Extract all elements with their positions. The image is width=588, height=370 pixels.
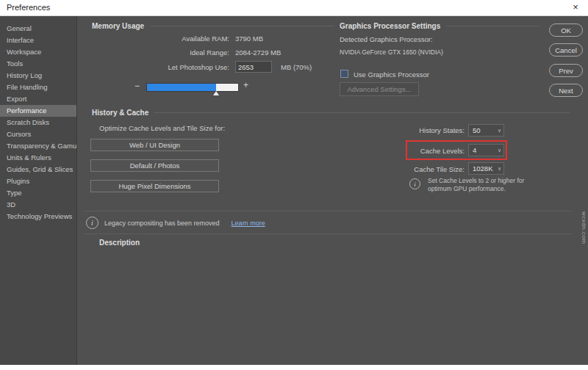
cache-levels-select[interactable]: 4 ∨ bbox=[468, 144, 504, 156]
sidebar-item-transparency-gamut[interactable]: Transparency & Gamut bbox=[0, 140, 76, 152]
sidebar-item-units-rulers[interactable]: Units & Rulers bbox=[0, 152, 76, 164]
sidebar-item-general[interactable]: General bbox=[0, 23, 76, 35]
preferences-dialog: Preferences × General Interface Workspac… bbox=[0, 0, 588, 370]
memory-usage-suffix: MB (70%) bbox=[281, 63, 312, 71]
memory-slider[interactable] bbox=[146, 83, 239, 92]
prev-button[interactable]: Prev bbox=[549, 64, 583, 77]
gpu-tip-line2: optimum GPU performance. bbox=[428, 185, 551, 193]
gpu-section-title: Graphics Processor Settings bbox=[340, 22, 440, 30]
sidebar-item-tools[interactable]: Tools bbox=[0, 58, 76, 70]
divider bbox=[85, 211, 572, 211]
cache-tile-size-value: 1028K bbox=[473, 164, 492, 173]
gpu-tip-text: Set Cache Levels to 2 or higher for opti… bbox=[428, 177, 551, 192]
use-graphics-processor-checkbox[interactable] bbox=[340, 70, 348, 78]
memory-usage-section-header: Memory Usage bbox=[92, 22, 334, 30]
sidebar-item-performance[interactable]: Performance bbox=[0, 105, 76, 117]
ideal-range-value: 2084-2729 MB bbox=[235, 48, 281, 57]
history-states-label: History States: bbox=[382, 126, 465, 134]
history-cache-section-header: History & Cache bbox=[92, 109, 570, 117]
watermark: wcxdn.com bbox=[581, 211, 587, 244]
advanced-settings-button[interactable]: Advanced Settings... bbox=[340, 82, 419, 96]
cache-levels-label: Cache Levels: bbox=[382, 147, 465, 155]
sidebar-item-plugins[interactable]: Plugins bbox=[0, 175, 76, 187]
learn-more-link[interactable]: Learn more bbox=[232, 220, 265, 227]
cancel-button[interactable]: Cancel bbox=[549, 43, 583, 57]
cache-tile-size-label: Cache Tile Size: bbox=[382, 165, 465, 173]
cache-tile-size-select[interactable]: 1028K ∨ bbox=[468, 162, 504, 175]
sidebar: General Interface Workspace Tools Histor… bbox=[0, 16, 77, 365]
section-divider bbox=[154, 112, 570, 113]
minus-icon[interactable]: − bbox=[135, 81, 140, 91]
history-states-value: 50 bbox=[473, 126, 481, 134]
history-cache-title: History & Cache bbox=[92, 109, 148, 117]
sidebar-item-workspace[interactable]: Workspace bbox=[0, 46, 76, 58]
window-title: Preferences bbox=[7, 3, 50, 12]
optimize-cache-label: Optimize Cache Levels and Tile Size for: bbox=[99, 124, 225, 132]
sidebar-item-interface[interactable]: Interface bbox=[0, 35, 76, 46]
sidebar-item-3d[interactable]: 3D bbox=[0, 199, 76, 211]
cache-levels-value: 4 bbox=[473, 146, 476, 154]
ideal-range-label: Ideal Range: bbox=[88, 48, 229, 57]
sidebar-item-technology-previews[interactable]: Technology Previews bbox=[0, 211, 76, 222]
ok-button[interactable]: OK bbox=[549, 23, 583, 37]
sidebar-item-scratch-disks[interactable]: Scratch Disks bbox=[0, 117, 76, 128]
sidebar-item-export[interactable]: Export bbox=[0, 93, 76, 105]
close-icon[interactable]: × bbox=[570, 1, 581, 12]
description-title: Description bbox=[99, 239, 140, 247]
chevron-down-icon: ∨ bbox=[498, 148, 501, 153]
memory-slider-fill bbox=[147, 84, 216, 91]
title-bar: Preferences × bbox=[0, 0, 588, 16]
detected-gpu-label: Detected Graphics Processor: bbox=[340, 35, 433, 43]
legacy-note-text: Legacy compositing has been removed bbox=[104, 220, 220, 227]
legacy-note-row: Legacy compositing has been removed Lear… bbox=[104, 220, 265, 227]
chevron-down-icon: ∨ bbox=[498, 166, 501, 172]
memory-usage-input[interactable] bbox=[235, 61, 272, 73]
preset-web-ui-design-button[interactable]: Web / UI Design bbox=[90, 139, 219, 151]
available-ram-value: 3790 MB bbox=[235, 35, 263, 43]
info-icon: i bbox=[86, 217, 98, 229]
gpu-section-header: Graphics Processor Settings bbox=[340, 22, 540, 30]
sidebar-item-type[interactable]: Type bbox=[0, 187, 76, 199]
preset-huge-pixel-dimensions-button[interactable]: Huge Pixel Dimensions bbox=[90, 180, 219, 192]
sidebar-item-file-handling[interactable]: File Handling bbox=[0, 81, 76, 93]
detected-gpu-value: NVIDIA GeForce GTX 1650 (NVIDIA) bbox=[340, 48, 443, 56]
memory-slider-thumb[interactable] bbox=[213, 91, 219, 95]
preset-default-photos-button[interactable]: Default / Photos bbox=[90, 159, 219, 172]
sidebar-item-cursors[interactable]: Cursors bbox=[0, 128, 76, 140]
info-icon: i bbox=[409, 178, 420, 189]
available-ram-label: Available RAM: bbox=[88, 35, 229, 43]
chevron-down-icon: ∨ bbox=[498, 128, 501, 134]
sidebar-item-history-log[interactable]: History Log bbox=[0, 70, 76, 81]
sidebar-item-guides-grid-slices[interactable]: Guides, Grid & Slices bbox=[0, 164, 76, 175]
next-button[interactable]: Next bbox=[549, 84, 583, 97]
use-graphics-processor-label: Use Graphics Processor bbox=[354, 70, 429, 79]
history-states-select[interactable]: 50 ∨ bbox=[468, 124, 504, 137]
memory-usage-title: Memory Usage bbox=[92, 22, 144, 30]
gpu-tip-line1: Set Cache Levels to 2 or higher for bbox=[428, 177, 551, 185]
section-divider bbox=[446, 26, 540, 26]
plus-icon[interactable]: + bbox=[243, 80, 248, 90]
let-photoshop-use-label: Let Photoshop Use: bbox=[88, 63, 229, 71]
section-divider bbox=[150, 26, 334, 26]
divider bbox=[85, 233, 572, 234]
